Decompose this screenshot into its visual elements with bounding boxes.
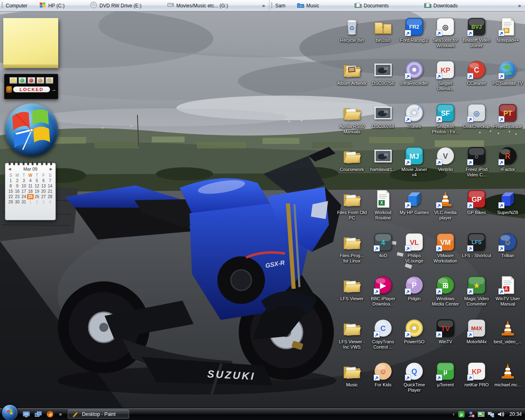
desktop-icon-rfactor[interactable]: RrFactor bbox=[492, 146, 523, 189]
utorrent-icon[interactable]: µ bbox=[458, 411, 465, 418]
desktop-icon-bin2iso[interactable]: bin2iso bbox=[368, 16, 399, 59]
desktop-icon-for-kids[interactable]: ☺For Kids bbox=[368, 361, 399, 404]
calendar-date[interactable]: 3 bbox=[40, 199, 47, 205]
taskbar-clock[interactable]: 20:34 bbox=[509, 411, 522, 417]
calendar-date[interactable]: 9 bbox=[14, 183, 21, 189]
desktop-icon-workout-routine[interactable]: XWorkout Routine bbox=[368, 189, 399, 232]
toolbar-overflow-chevron[interactable]: » bbox=[518, 3, 521, 9]
calendar-date[interactable]: 12 bbox=[34, 183, 40, 189]
toolbar-item-documents[interactable]: Documents bbox=[354, 1, 389, 10]
calendar-date[interactable]: 14 bbox=[47, 183, 53, 189]
gadget-arrow[interactable]: → bbox=[51, 87, 56, 92]
show-desktop-icon[interactable] bbox=[22, 410, 30, 418]
amber-light-button[interactable] bbox=[37, 77, 44, 84]
desktop-icon-windows-media-center[interactable]: ⊞Windows Media Center bbox=[430, 275, 461, 318]
desktop-icon-michael-mc[interactable]: michael.mc... bbox=[492, 361, 523, 404]
toolbar-item-dvd-rw-drive-e[interactable]: DVD RW Drive (E:) bbox=[90, 1, 141, 10]
calendar-date[interactable]: 23 bbox=[14, 194, 21, 199]
desktop-icon-movie-joiner-v4[interactable]: MJMovie Joiner v4 bbox=[399, 146, 430, 189]
windows-orb-clock-gadget[interactable] bbox=[5, 103, 58, 157]
desktop-icon-motorm4x[interactable]: M4XMotorM4x bbox=[461, 318, 492, 361]
desktop-icon-wintv-user-manual[interactable]: AWinTV User Manual bbox=[492, 275, 523, 318]
calendar-date[interactable]: 4 bbox=[47, 199, 53, 205]
calendar-next-icon[interactable]: ▶ bbox=[50, 167, 52, 171]
desktop-icon-aprilia-rs50-manuals[interactable]: Aprilia RS50 Manuals bbox=[336, 103, 368, 146]
desktop-icon-recycle-bin[interactable]: ♻Recycle Bin bbox=[336, 16, 368, 59]
desktop-icon-coursework[interactable]: Coursework bbox=[336, 146, 368, 189]
desktop-icon-supernzb[interactable]: SuperNZB bbox=[492, 189, 523, 232]
calendar-date[interactable]: 5 bbox=[34, 178, 40, 183]
desktop-icon-album-artwork[interactable]: Album Artwork bbox=[336, 59, 368, 103]
calendar-date[interactable]: 2 bbox=[34, 199, 40, 205]
desktop-icon-files-prog-for-linux[interactable]: Files-Prog... for Linux bbox=[336, 232, 368, 275]
calendar-date[interactable]: 8 bbox=[7, 183, 14, 189]
desktop-icon-infrarecorder[interactable]: InfraRecorder bbox=[399, 59, 430, 103]
calendar-selected-date[interactable]: 25 bbox=[27, 194, 34, 199]
calendar-date[interactable]: 28 bbox=[47, 194, 53, 199]
photo-viewer-icon[interactable] bbox=[477, 411, 485, 418]
desktop-icon-poweriso[interactable]: PowerISO bbox=[399, 318, 430, 361]
desktop-icon-freez-ipod-video-converter[interactable]: ○Freez iPod Video C... bbox=[461, 146, 492, 189]
desktop-icon-bbc-iplayer-downloader[interactable]: ▶BBC iPlayer Downloa... bbox=[368, 275, 399, 318]
calendar-date[interactable]: 15 bbox=[7, 189, 14, 194]
calendar-date[interactable]: 30 bbox=[14, 199, 21, 205]
traffic-light-gadget[interactable]: LOCKED → bbox=[4, 74, 58, 99]
toolbar-item-music[interactable]: ♪Music bbox=[297, 1, 319, 10]
lock-button[interactable] bbox=[9, 77, 17, 84]
desktop-icon-project-torque[interactable]: PTProject Torque bbox=[492, 103, 523, 146]
desktop-icon-dsc00759[interactable]: DSC00759 bbox=[368, 103, 399, 146]
toolbar-item-hp-c-drive[interactable]: HP (C:) bbox=[39, 1, 65, 10]
desktop-icon-best-video[interactable]: best_video_... bbox=[492, 318, 523, 361]
toolbar-item-downloads[interactable]: Downloads bbox=[424, 1, 458, 10]
calendar-date[interactable]: 13 bbox=[40, 183, 47, 189]
calendar-date[interactable]: 1 bbox=[27, 199, 34, 205]
sticky-note-gadget[interactable] bbox=[3, 18, 58, 68]
green-light-button[interactable] bbox=[18, 77, 26, 84]
firefox-icon[interactable] bbox=[46, 410, 54, 418]
calendar-date[interactable]: 7 bbox=[47, 178, 53, 183]
desktop-icon-vlc-media-player[interactable]: VLC media player bbox=[430, 189, 461, 232]
calendar-date[interactable]: 6 bbox=[40, 178, 47, 183]
desktop-icon-ford-racing-2[interactable]: FR2Ford Racing 2 bbox=[399, 16, 430, 59]
calendar-date[interactable]: 31 bbox=[21, 199, 27, 205]
calendar-date[interactable]: 18 bbox=[27, 189, 34, 194]
desktop-icon-ccleaner[interactable]: CCCleaner bbox=[461, 59, 492, 103]
toolbar-grip[interactable] bbox=[2, 2, 3, 9]
calendar-date[interactable]: 16 bbox=[14, 189, 21, 194]
desktop-icon-files-from-old-pc[interactable]: Files From Old PC bbox=[336, 189, 368, 232]
desktop-icon-netkar-pro[interactable]: KPnetKar PRO bbox=[461, 361, 492, 404]
tray-collapse-chevron[interactable]: ‹ bbox=[453, 411, 454, 417]
desktop-icon-music-folder[interactable]: Music bbox=[336, 361, 368, 404]
desktop-icon-lfs-viewer-inc-vws[interactable]: LFS Viewer - Inc VWS bbox=[336, 318, 368, 361]
desktop-icon-pidgin[interactable]: PPidgin bbox=[399, 275, 430, 318]
desktop-icon-singtel-ultima[interactable]: KPSingtel Ultima... bbox=[430, 59, 461, 103]
switch-windows-icon[interactable] bbox=[34, 410, 42, 418]
desktop-icon-utorrent[interactable]: µµTorrent bbox=[430, 361, 461, 404]
desktop-icon-hamilavat1[interactable]: hamilavat1... bbox=[368, 146, 399, 189]
toolbar-grip[interactable] bbox=[271, 2, 272, 9]
calendar-date[interactable]: 19 bbox=[34, 189, 40, 194]
desktop-icon-ventrilo[interactable]: VVentrilo bbox=[430, 146, 461, 189]
calendar-gadget[interactable]: ◀ Mar 09 ▶ SMTWTFS1234567891011121314151… bbox=[5, 163, 56, 220]
toolbar-overflow-chevron[interactable]: » bbox=[262, 3, 265, 9]
calendar-date[interactable]: 22 bbox=[7, 194, 14, 199]
calendar-date[interactable]: 21 bbox=[47, 189, 53, 194]
desktop-icon-snapfish-photos[interactable]: SFSnapfish Photos - Fir... bbox=[430, 103, 461, 146]
calendar-date[interactable]: 29 bbox=[7, 199, 14, 205]
desktop-icon-my-hp-games[interactable]: My HP Games bbox=[399, 189, 430, 232]
desktop-icon-magic-video-converter[interactable]: ★Magic Video Converter bbox=[461, 275, 492, 318]
toolbar-item-movies-music-g-drive[interactable]: Movies/Music etc... (G:) bbox=[167, 1, 228, 10]
calendar-date[interactable]: 2 bbox=[14, 178, 21, 183]
calendar-date[interactable]: 24 bbox=[21, 194, 27, 199]
desktop-icon-quicktime-player[interactable]: QQuickTime Player bbox=[399, 361, 430, 404]
calendar-date[interactable]: 4 bbox=[27, 178, 34, 183]
calendar-date[interactable]: 20 bbox=[40, 189, 47, 194]
desktop-icon-copytrans-control[interactable]: CCopyTrans Control ... bbox=[368, 318, 399, 361]
desktop-icon-itunes[interactable]: ♪iTunes bbox=[399, 103, 430, 146]
desktop-icon-notepad-plus-plus[interactable]: NNotepad++ bbox=[492, 16, 523, 59]
calendar-date[interactable]: 26 bbox=[34, 194, 40, 199]
calendar-prev-icon[interactable]: ◀ bbox=[8, 167, 11, 171]
desktop-icon-gp-bikes[interactable]: GPGP Bikes bbox=[461, 189, 492, 232]
calendar-date[interactable]: 11 bbox=[27, 183, 34, 189]
desktop-icon-dsc00756[interactable]: DSC00756 bbox=[368, 59, 399, 103]
